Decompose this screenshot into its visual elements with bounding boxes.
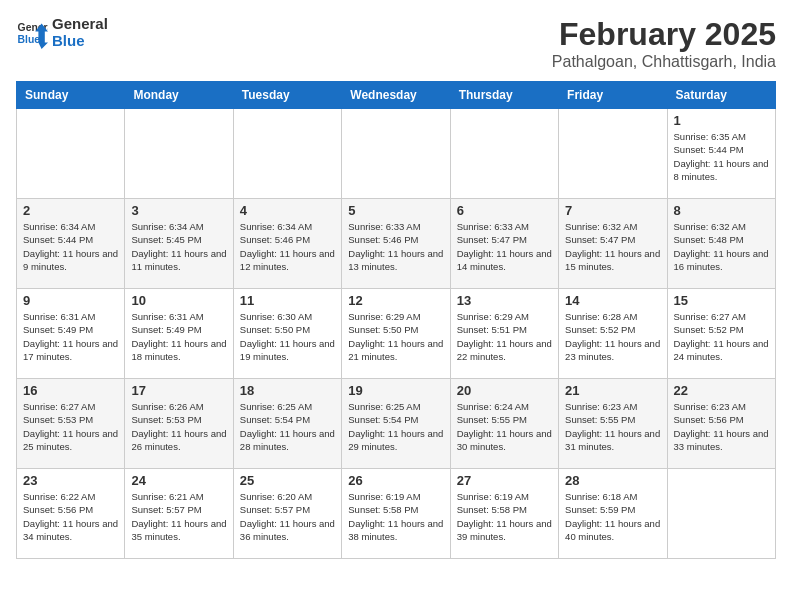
day-info: Sunrise: 6:25 AMSunset: 5:54 PMDaylight:… (240, 400, 335, 453)
day-info: Sunrise: 6:20 AMSunset: 5:57 PMDaylight:… (240, 490, 335, 543)
calendar-cell: 20Sunrise: 6:24 AMSunset: 5:55 PMDayligh… (450, 379, 558, 469)
calendar-cell (17, 109, 125, 199)
calendar-cell: 17Sunrise: 6:26 AMSunset: 5:53 PMDayligh… (125, 379, 233, 469)
weekday-header-thursday: Thursday (450, 82, 558, 109)
calendar-cell (233, 109, 341, 199)
title-section: February 2025 Pathalgoan, Chhattisgarh, … (552, 16, 776, 71)
weekday-header-monday: Monday (125, 82, 233, 109)
day-number: 15 (674, 293, 769, 308)
week-row-3: 9Sunrise: 6:31 AMSunset: 5:49 PMDaylight… (17, 289, 776, 379)
calendar-table: SundayMondayTuesdayWednesdayThursdayFrid… (16, 81, 776, 559)
day-info: Sunrise: 6:24 AMSunset: 5:55 PMDaylight:… (457, 400, 552, 453)
day-number: 20 (457, 383, 552, 398)
day-number: 10 (131, 293, 226, 308)
calendar-cell: 15Sunrise: 6:27 AMSunset: 5:52 PMDayligh… (667, 289, 775, 379)
week-row-2: 2Sunrise: 6:34 AMSunset: 5:44 PMDaylight… (17, 199, 776, 289)
day-number: 27 (457, 473, 552, 488)
day-info: Sunrise: 6:33 AMSunset: 5:47 PMDaylight:… (457, 220, 552, 273)
week-row-5: 23Sunrise: 6:22 AMSunset: 5:56 PMDayligh… (17, 469, 776, 559)
calendar-cell: 21Sunrise: 6:23 AMSunset: 5:55 PMDayligh… (559, 379, 667, 469)
day-number: 25 (240, 473, 335, 488)
calendar-cell: 1Sunrise: 6:35 AMSunset: 5:44 PMDaylight… (667, 109, 775, 199)
day-info: Sunrise: 6:31 AMSunset: 5:49 PMDaylight:… (23, 310, 118, 363)
calendar-cell: 28Sunrise: 6:18 AMSunset: 5:59 PMDayligh… (559, 469, 667, 559)
day-number: 17 (131, 383, 226, 398)
calendar-cell: 16Sunrise: 6:27 AMSunset: 5:53 PMDayligh… (17, 379, 125, 469)
day-info: Sunrise: 6:26 AMSunset: 5:53 PMDaylight:… (131, 400, 226, 453)
day-number: 22 (674, 383, 769, 398)
calendar-cell: 9Sunrise: 6:31 AMSunset: 5:49 PMDaylight… (17, 289, 125, 379)
weekday-header-sunday: Sunday (17, 82, 125, 109)
calendar-cell: 8Sunrise: 6:32 AMSunset: 5:48 PMDaylight… (667, 199, 775, 289)
day-info: Sunrise: 6:21 AMSunset: 5:57 PMDaylight:… (131, 490, 226, 543)
day-number: 3 (131, 203, 226, 218)
calendar-cell (450, 109, 558, 199)
day-number: 18 (240, 383, 335, 398)
calendar-cell: 10Sunrise: 6:31 AMSunset: 5:49 PMDayligh… (125, 289, 233, 379)
calendar-cell: 7Sunrise: 6:32 AMSunset: 5:47 PMDaylight… (559, 199, 667, 289)
day-info: Sunrise: 6:34 AMSunset: 5:44 PMDaylight:… (23, 220, 118, 273)
calendar-cell: 24Sunrise: 6:21 AMSunset: 5:57 PMDayligh… (125, 469, 233, 559)
day-number: 19 (348, 383, 443, 398)
calendar-cell (559, 109, 667, 199)
calendar-cell (342, 109, 450, 199)
svg-text:Blue: Blue (18, 33, 41, 44)
weekday-header-wednesday: Wednesday (342, 82, 450, 109)
calendar-cell: 13Sunrise: 6:29 AMSunset: 5:51 PMDayligh… (450, 289, 558, 379)
calendar-cell: 18Sunrise: 6:25 AMSunset: 5:54 PMDayligh… (233, 379, 341, 469)
calendar-cell (667, 469, 775, 559)
location-title: Pathalgoan, Chhattisgarh, India (552, 53, 776, 71)
day-number: 24 (131, 473, 226, 488)
calendar-cell: 23Sunrise: 6:22 AMSunset: 5:56 PMDayligh… (17, 469, 125, 559)
day-number: 8 (674, 203, 769, 218)
day-info: Sunrise: 6:27 AMSunset: 5:53 PMDaylight:… (23, 400, 118, 453)
calendar-cell: 22Sunrise: 6:23 AMSunset: 5:56 PMDayligh… (667, 379, 775, 469)
day-info: Sunrise: 6:32 AMSunset: 5:47 PMDaylight:… (565, 220, 660, 273)
day-info: Sunrise: 6:35 AMSunset: 5:44 PMDaylight:… (674, 130, 769, 183)
day-number: 11 (240, 293, 335, 308)
day-info: Sunrise: 6:29 AMSunset: 5:50 PMDaylight:… (348, 310, 443, 363)
calendar-cell: 4Sunrise: 6:34 AMSunset: 5:46 PMDaylight… (233, 199, 341, 289)
weekday-header-tuesday: Tuesday (233, 82, 341, 109)
day-info: Sunrise: 6:19 AMSunset: 5:58 PMDaylight:… (457, 490, 552, 543)
day-info: Sunrise: 6:34 AMSunset: 5:46 PMDaylight:… (240, 220, 335, 273)
calendar-cell: 14Sunrise: 6:28 AMSunset: 5:52 PMDayligh… (559, 289, 667, 379)
month-title: February 2025 (552, 16, 776, 53)
calendar-cell: 12Sunrise: 6:29 AMSunset: 5:50 PMDayligh… (342, 289, 450, 379)
day-number: 14 (565, 293, 660, 308)
day-info: Sunrise: 6:23 AMSunset: 5:55 PMDaylight:… (565, 400, 660, 453)
weekday-header-friday: Friday (559, 82, 667, 109)
calendar-cell: 19Sunrise: 6:25 AMSunset: 5:54 PMDayligh… (342, 379, 450, 469)
day-info: Sunrise: 6:19 AMSunset: 5:58 PMDaylight:… (348, 490, 443, 543)
day-number: 12 (348, 293, 443, 308)
day-info: Sunrise: 6:18 AMSunset: 5:59 PMDaylight:… (565, 490, 660, 543)
day-info: Sunrise: 6:34 AMSunset: 5:45 PMDaylight:… (131, 220, 226, 273)
day-info: Sunrise: 6:23 AMSunset: 5:56 PMDaylight:… (674, 400, 769, 453)
day-info: Sunrise: 6:31 AMSunset: 5:49 PMDaylight:… (131, 310, 226, 363)
day-number: 9 (23, 293, 118, 308)
day-info: Sunrise: 6:29 AMSunset: 5:51 PMDaylight:… (457, 310, 552, 363)
logo-blue: Blue (52, 33, 108, 50)
day-number: 16 (23, 383, 118, 398)
calendar-cell: 3Sunrise: 6:34 AMSunset: 5:45 PMDaylight… (125, 199, 233, 289)
calendar-cell (125, 109, 233, 199)
day-info: Sunrise: 6:25 AMSunset: 5:54 PMDaylight:… (348, 400, 443, 453)
weekday-header-row: SundayMondayTuesdayWednesdayThursdayFrid… (17, 82, 776, 109)
calendar-cell: 6Sunrise: 6:33 AMSunset: 5:47 PMDaylight… (450, 199, 558, 289)
day-info: Sunrise: 6:28 AMSunset: 5:52 PMDaylight:… (565, 310, 660, 363)
page-header: General Blue General Blue February 2025 … (16, 16, 776, 71)
day-number: 21 (565, 383, 660, 398)
logo-general: General (52, 16, 108, 33)
week-row-4: 16Sunrise: 6:27 AMSunset: 5:53 PMDayligh… (17, 379, 776, 469)
day-number: 7 (565, 203, 660, 218)
calendar-cell: 27Sunrise: 6:19 AMSunset: 5:58 PMDayligh… (450, 469, 558, 559)
calendar-cell: 5Sunrise: 6:33 AMSunset: 5:46 PMDaylight… (342, 199, 450, 289)
day-number: 4 (240, 203, 335, 218)
calendar-cell: 11Sunrise: 6:30 AMSunset: 5:50 PMDayligh… (233, 289, 341, 379)
weekday-header-saturday: Saturday (667, 82, 775, 109)
day-number: 6 (457, 203, 552, 218)
day-number: 5 (348, 203, 443, 218)
logo-icon: General Blue (16, 17, 48, 49)
day-info: Sunrise: 6:32 AMSunset: 5:48 PMDaylight:… (674, 220, 769, 273)
day-number: 13 (457, 293, 552, 308)
